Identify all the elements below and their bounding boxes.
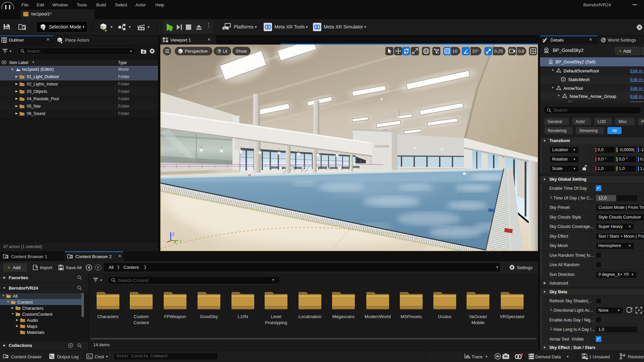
svg-text:Y: Y xyxy=(179,239,182,244)
svg-text:✱: ✱ xyxy=(586,357,588,360)
svg-text:Z: Z xyxy=(172,232,174,237)
svg-text:X: X xyxy=(174,240,176,245)
